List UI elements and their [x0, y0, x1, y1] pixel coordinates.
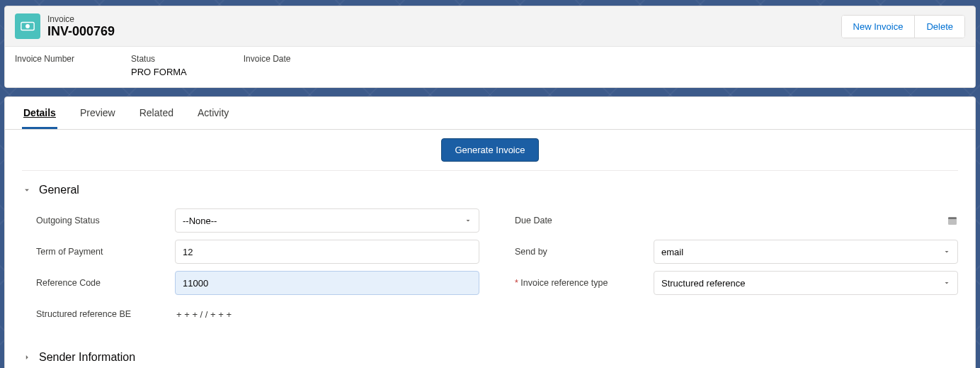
highlights-fields: Invoice Number Status PRO FORMA Invoice …: [5, 46, 975, 87]
label-send-by: Send by: [515, 247, 642, 257]
hf-status: Status PRO FORMA: [131, 54, 187, 77]
page-title: INV-000769: [47, 24, 115, 39]
row-reference-code: Reference Code: [36, 267, 479, 299]
label-invoice-ref-type: Invoice reference type: [515, 278, 642, 288]
section-general: General Outgoing Status Due Date Term: [5, 171, 975, 338]
hf-status-label: Status: [131, 54, 187, 64]
header-button-group: New Invoice Delete: [841, 15, 965, 38]
due-date-picker[interactable]: [654, 208, 958, 233]
tabs: Details Preview Related Activity: [5, 97, 975, 130]
reference-code-input[interactable]: [175, 271, 479, 295]
term-of-payment-input[interactable]: [175, 240, 479, 264]
invoice-ref-type-select-wrap: [654, 271, 958, 295]
send-by-select[interactable]: [654, 240, 958, 264]
section-general-header[interactable]: General: [22, 178, 958, 202]
label-reference-code: Reference Code: [36, 278, 164, 288]
hf-status-value: PRO FORMA: [131, 67, 187, 77]
row-outgoing-status: Outgoing Status: [36, 205, 479, 236]
highlights-titles: Invoice INV-000769: [47, 14, 115, 39]
svg-rect-3: [948, 217, 957, 219]
tab-details[interactable]: Details: [22, 97, 57, 129]
tab-preview[interactable]: Preview: [79, 97, 117, 129]
tab-related[interactable]: Related: [138, 97, 175, 129]
delete-button[interactable]: Delete: [914, 16, 964, 38]
generate-invoice-button[interactable]: Generate Invoice: [441, 138, 538, 162]
section-general-title: General: [39, 184, 79, 196]
section-sender-header[interactable]: Sender Information: [22, 345, 958, 368]
chevron-down-icon: [22, 185, 32, 195]
row-structured-ref-be: Structured reference BE + + + / / + + +: [36, 299, 479, 330]
outgoing-status-select-wrap: [175, 208, 479, 233]
action-row: Generate Invoice: [5, 130, 975, 163]
detail-card: Details Preview Related Activity Generat…: [4, 96, 976, 368]
label-due-date: Due Date: [515, 216, 642, 225]
highlights-header: Invoice INV-000769 New Invoice Delete: [5, 6, 975, 46]
calendar-icon: [947, 215, 958, 226]
invoice-ref-type-select[interactable]: [654, 271, 958, 295]
object-label: Invoice: [47, 14, 115, 24]
section-sender-title: Sender Information: [39, 351, 135, 364]
invoice-icon: [15, 13, 40, 39]
chevron-right-icon: [22, 352, 32, 362]
section-sender: Sender Information: [5, 338, 975, 368]
row-send-by: Send by: [515, 236, 958, 267]
general-form-grid: Outgoing Status Due Date Term of Payment: [22, 202, 958, 335]
hf-invoice-number: Invoice Number: [15, 54, 74, 77]
record-highlights: Invoice INV-000769 New Invoice Delete In…: [4, 6, 976, 88]
label-outgoing-status: Outgoing Status: [36, 216, 164, 225]
highlights-left: Invoice INV-000769: [15, 13, 115, 39]
structured-ref-be-value: + + + / / + + +: [175, 309, 479, 320]
row-invoice-ref-type: Invoice reference type: [515, 267, 958, 299]
hf-invoice-date: Invoice Date: [244, 54, 291, 77]
hf-invoice-date-label: Invoice Date: [244, 54, 291, 64]
tab-activity[interactable]: Activity: [196, 97, 230, 129]
label-structured-ref-be: Structured reference BE: [36, 309, 164, 319]
row-due-date: Due Date: [515, 205, 958, 236]
row-term-of-payment: Term of Payment: [36, 236, 479, 267]
svg-point-1: [25, 24, 30, 28]
new-invoice-button[interactable]: New Invoice: [842, 16, 915, 38]
outgoing-status-select[interactable]: [175, 208, 479, 233]
row-empty: [515, 299, 958, 330]
send-by-select-wrap: [654, 240, 958, 264]
hf-invoice-number-label: Invoice Number: [15, 54, 74, 64]
label-term-of-payment: Term of Payment: [36, 247, 164, 257]
